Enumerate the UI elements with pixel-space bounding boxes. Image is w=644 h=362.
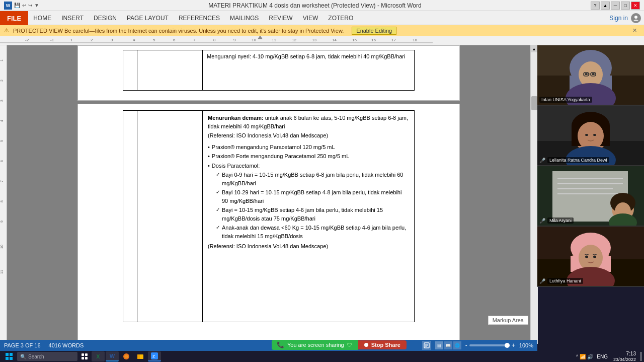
task-view-btn[interactable]: [78, 351, 91, 361]
top-content-text: Mengurangi nyeri: 4-10 mg/KgBB setiap 6-…: [207, 53, 405, 59]
start-button[interactable]: [2, 351, 16, 361]
volume-icon[interactable]: 🔊: [587, 354, 593, 359]
check-icon-3: ✓: [216, 206, 220, 223]
zoom-slider-thumb: [505, 343, 510, 348]
tab-insert[interactable]: INSERT: [56, 11, 89, 25]
minimize-btn[interactable]: ─: [611, 2, 620, 10]
zoom-slider-track[interactable]: [469, 344, 510, 346]
ribbon-right: Sign in: [609, 11, 644, 25]
tab-design[interactable]: DESIGN: [89, 11, 122, 25]
svg-rect-83: [10, 357, 13, 360]
window-controls[interactable]: ? ▲ ─ □ ✕: [591, 2, 640, 10]
title-bar: W 💾 ↩ ↪ ▼ MATERI PRAKTIKUM 4 dosis dan w…: [0, 0, 644, 11]
network-icon[interactable]: 📶: [580, 354, 586, 359]
shield-icon: 🛡: [347, 342, 352, 348]
word-taskbar-icon: W: [110, 353, 115, 359]
svg-text:2: 2: [91, 38, 93, 42]
tab-review[interactable]: REVIEW: [264, 11, 297, 25]
zoom-in-btn[interactable]: +: [512, 342, 515, 349]
taskbar-search[interactable]: 🔍 Search: [17, 352, 77, 361]
protected-close-btn[interactable]: ✕: [629, 27, 640, 34]
svg-text:13: 13: [312, 38, 316, 42]
zoom-controls: - + 100%: [465, 342, 533, 349]
quick-access-redo[interactable]: ↪: [28, 3, 32, 8]
svg-text:16: 16: [371, 38, 376, 42]
svg-text:1: 1: [70, 38, 73, 42]
page-top-strip: Mengurangi nyeri: 4-10 mg/KgBB setiap 6-…: [77, 45, 460, 101]
doc-content-area: Mengurangi nyeri: 4-10 mg/KgBB setiap 6-…: [7, 45, 530, 351]
firefox-icon: [123, 353, 130, 360]
scroll-thumb[interactable]: [531, 96, 537, 110]
svg-rect-82: [6, 357, 9, 360]
stop-share-button[interactable]: Stop Share: [358, 340, 407, 349]
tab-page-layout[interactable]: PAGE LAYOUT: [122, 11, 174, 25]
web-layout-icon[interactable]: 🌐: [453, 341, 461, 349]
quick-access-undo[interactable]: ↩: [22, 3, 26, 8]
file-button[interactable]: FILE: [0, 11, 28, 25]
view-icons: ▤ 📖 🌐: [435, 341, 461, 349]
close-btn[interactable]: ✕: [631, 2, 640, 10]
print-layout-icon[interactable]: ▤: [435, 341, 443, 349]
zoom-percent: 100%: [519, 342, 533, 348]
ruler-ticks: -2 -1 1 2 3 4 5 6 7 8 9 10 11 12 13 14 1…: [0, 36, 537, 44]
svg-rect-87: [85, 357, 88, 359]
taskbar: 🔍 Search X W Z: [0, 351, 644, 362]
svg-text:8: 8: [0, 200, 4, 202]
help-btn[interactable]: ?: [591, 2, 600, 10]
user-avatar-icon[interactable]: [631, 13, 641, 23]
show-desktop-btn[interactable]: [640, 352, 642, 361]
scroll-up-arrow[interactable]: ▲: [531, 45, 538, 52]
tray-expand-icon[interactable]: ^: [576, 354, 578, 359]
bullet-praxion2: • Praxion® Forte mengandung Paracetamol …: [208, 152, 409, 161]
participant-4-name-tag: Luthfiya Hanani: [547, 278, 583, 284]
svg-text:9: 9: [0, 221, 4, 223]
scroll-track[interactable]: [531, 52, 538, 344]
main-table: Menurunkan demam: untuk anak 6 bulan ke …: [123, 110, 415, 322]
svg-text:7: 7: [0, 180, 4, 182]
svg-text:12: 12: [292, 38, 296, 42]
screen-share-bar: 📞 You are screen sharing 🛡 Stop Share: [272, 340, 407, 350]
main-table-col2: [137, 111, 203, 322]
participant-1-name-tag: Intan UNISA Yogyakarta: [539, 97, 592, 103]
check-text-4: Anak-anak dan dewasa <60 Kg = 10-15 mg/K…: [222, 224, 409, 240]
tab-view[interactable]: VIEW: [298, 11, 324, 25]
protected-view-icon: ⚠: [4, 27, 9, 34]
tab-zotero[interactable]: ZOTERO: [323, 11, 358, 25]
taskbar-explorer-btn[interactable]: [134, 351, 147, 361]
ribbon-toggle-btn[interactable]: ▲: [601, 2, 610, 10]
tab-home[interactable]: HOME: [28, 11, 56, 25]
zoom-out-btn[interactable]: -: [465, 342, 467, 349]
quick-access-save[interactable]: 💾: [14, 3, 20, 8]
maximize-btn[interactable]: □: [621, 2, 630, 10]
main-table-col3: Menurunkan demam: untuk anak 6 bulan ke …: [203, 111, 415, 322]
svg-text:9: 9: [233, 38, 236, 42]
lang-indicator[interactable]: ENG: [595, 354, 609, 359]
taskbar-time: 7:13: [613, 350, 636, 357]
bullet-text-1: Praxion® mengandung Paracetamol 120 mg/5…: [212, 143, 335, 152]
taskbar-firefox-btn[interactable]: [120, 351, 133, 361]
tab-references[interactable]: REFERENCES: [174, 11, 225, 25]
vertical-scrollbar[interactable]: ▲ ▼: [530, 45, 537, 351]
svg-text:18: 18: [413, 38, 417, 42]
check-item-2: ✓ Bayi 10-29 hari = 10-15 mg/KgBB setiap…: [208, 188, 409, 205]
sign-in-link[interactable]: Sign in: [609, 15, 628, 22]
svg-text:-1: -1: [50, 38, 54, 42]
enable-editing-btn[interactable]: Enable Editing: [352, 27, 396, 35]
quick-access-more[interactable]: ▼: [34, 3, 39, 8]
check-text-3: Bayi = 10-15 mg/KgBB setiap 4-6 jam bila…: [222, 206, 409, 223]
search-placeholder: Search: [28, 354, 44, 359]
participant-video-3: 🎤 Mila Aryani: [537, 166, 644, 227]
table-cell-medium: [137, 50, 203, 91]
ruler-marker[interactable]: [258, 36, 263, 39]
read-mode-icon[interactable]: 📖: [444, 341, 452, 349]
svg-rect-1: [0, 36, 433, 43]
notes-icon[interactable]: [422, 341, 431, 350]
taskbar-word-btn[interactable]: W: [106, 351, 119, 361]
clock-area[interactable]: 7:13 23/04/2022: [611, 350, 638, 362]
taskbar-zoom-btn[interactable]: Z: [148, 351, 161, 361]
main-page: Menurunkan demam: untuk anak 6 bulan ke …: [77, 104, 460, 351]
tab-mailings[interactable]: MAILINGS: [225, 11, 264, 25]
main-wrapper: 1 2 3 4 5 6 7 8 9 10 11 Mengurangi nyeri…: [0, 45, 644, 351]
explorer-icon: [137, 353, 144, 360]
taskbar-excel-btn[interactable]: X: [92, 351, 105, 361]
